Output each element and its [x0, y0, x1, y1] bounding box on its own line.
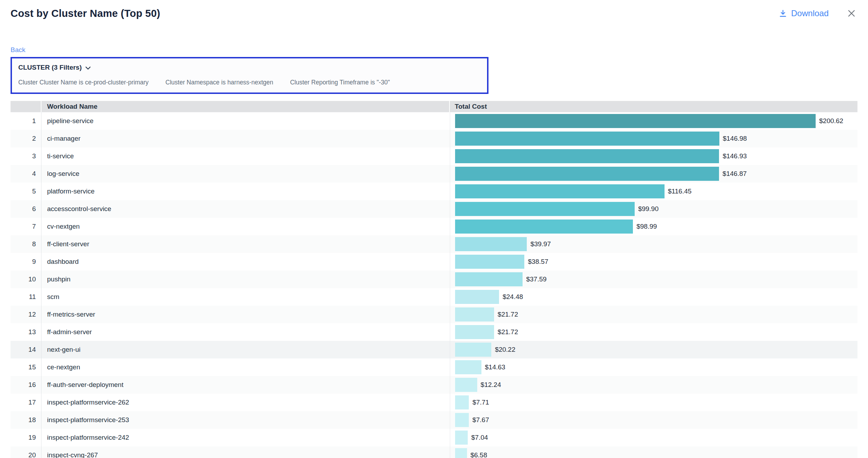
header-actions: Download — [779, 8, 856, 18]
row-rank: 1 — [11, 112, 41, 130]
cost-cell: $7.04 — [450, 429, 857, 446]
cost-cell: $20.22 — [450, 341, 857, 358]
cost-bar — [455, 255, 524, 269]
workload-name: scm — [41, 288, 450, 306]
cost-bar — [455, 343, 491, 357]
cluster-filter-dropdown[interactable]: CLUSTER (3 Filters) — [18, 64, 481, 71]
table-row: 12ff-metrics-server$21.72 — [11, 306, 857, 323]
cost-value: $7.71 — [472, 399, 489, 406]
cost-cell: $39.97 — [450, 235, 857, 253]
cost-bar — [455, 395, 469, 409]
cost-cell: $98.99 — [450, 218, 857, 235]
table-row: 19inspect-platformservice-242$7.04 — [11, 429, 857, 446]
filter-field: Cluster Reporting Timeframe — [290, 79, 369, 86]
row-rank: 4 — [11, 165, 41, 183]
table-row: 5platform-service$116.45 — [11, 183, 857, 200]
cost-bar — [455, 167, 719, 181]
cost-cell: $37.59 — [450, 271, 857, 288]
workload-name: ff-admin-server — [41, 323, 450, 341]
cost-bar — [455, 360, 481, 374]
cost-cell: $21.72 — [450, 323, 857, 341]
table-row: 9dashboard$38.57 — [11, 253, 857, 271]
row-rank: 18 — [11, 411, 41, 429]
row-rank: 11 — [11, 288, 41, 306]
filter-operator: is — [370, 79, 375, 86]
cost-value: $200.62 — [819, 117, 843, 125]
cost-cell: $7.67 — [450, 411, 857, 429]
cost-value: $21.72 — [498, 311, 518, 318]
cost-cell: $38.57 — [450, 253, 857, 271]
filter-value: "-30" — [377, 79, 390, 86]
workload-name: inspect-platformservice-242 — [41, 429, 450, 446]
cost-cell: $21.72 — [450, 306, 857, 323]
cost-bar — [455, 272, 523, 286]
filter-operator: is — [221, 79, 226, 86]
chevron-down-icon — [85, 65, 91, 70]
filter-field: Cluster Cluster Name — [18, 79, 77, 86]
row-rank: 13 — [11, 323, 41, 341]
cost-cell: $12.24 — [450, 376, 857, 394]
row-rank: 20 — [11, 446, 41, 458]
cost-bar — [455, 114, 816, 128]
table-row: 2ci-manager$146.98 — [11, 130, 857, 147]
workload-name: ti-service — [41, 147, 450, 165]
total-cost-column-header: Total Cost — [450, 101, 857, 112]
row-rank: 2 — [11, 130, 41, 147]
page-title: Cost by Cluster Name (Top 50) — [11, 8, 160, 19]
cost-bar — [455, 413, 469, 427]
row-rank: 3 — [11, 147, 41, 165]
workload-name: inspect-cvng-267 — [41, 446, 450, 458]
cost-value: $14.63 — [485, 363, 505, 371]
workload-name: pipeline-service — [41, 112, 450, 130]
cost-bar — [455, 220, 633, 234]
workload-name: ff-client-server — [41, 235, 450, 253]
table-row: 17inspect-platformservice-262$7.71 — [11, 394, 857, 411]
close-button[interactable] — [847, 9, 856, 18]
cost-value: $20.22 — [495, 346, 515, 354]
row-rank: 15 — [11, 358, 41, 376]
filter-field: Cluster Namespace — [166, 79, 220, 86]
workload-name: ff-metrics-server — [41, 306, 450, 323]
workload-name: ci-manager — [41, 130, 450, 147]
table-row: 8ff-client-server$39.97 — [11, 235, 857, 253]
table-row: 10pushpin$37.59 — [11, 271, 857, 288]
cost-bar — [455, 290, 499, 304]
workload-name: next-gen-ui — [41, 341, 450, 358]
download-button[interactable]: Download — [779, 8, 829, 18]
cost-value: $146.98 — [723, 135, 747, 142]
filter-condition: Cluster Cluster Nameisce-prod-cluster-pr… — [18, 79, 149, 86]
workload-name: platform-service — [41, 183, 450, 200]
table-body: 1pipeline-service$200.622ci-manager$146.… — [11, 112, 857, 458]
table-row: 18inspect-platformservice-253$7.67 — [11, 411, 857, 429]
row-rank: 17 — [11, 394, 41, 411]
close-icon — [847, 9, 856, 18]
cost-value: $21.72 — [498, 328, 518, 336]
workload-name: dashboard — [41, 253, 450, 271]
filter-operator: is — [79, 79, 83, 86]
cost-value: $24.48 — [503, 293, 523, 301]
table-row: 11scm$24.48 — [11, 288, 857, 306]
cost-value: $98.99 — [636, 223, 657, 230]
back-link[interactable]: Back — [11, 46, 25, 54]
workload-name: accesscontrol-service — [41, 200, 450, 218]
cost-bar — [455, 237, 527, 251]
cost-bar — [455, 431, 468, 445]
cost-value: $116.45 — [668, 187, 692, 195]
cost-value: $146.87 — [723, 170, 747, 178]
table-row: 13ff-admin-server$21.72 — [11, 323, 857, 341]
cost-value: $38.57 — [528, 258, 548, 266]
workload-name: cv-nextgen — [41, 218, 450, 235]
workload-name-column-header: Workload Name — [41, 101, 450, 112]
workload-name: inspect-platformservice-253 — [41, 411, 450, 429]
row-rank: 9 — [11, 253, 41, 271]
table-row: 3ti-service$146.93 — [11, 147, 857, 165]
cost-cell: $6.58 — [450, 446, 857, 458]
cost-cell: $146.93 — [450, 147, 857, 165]
row-rank: 19 — [11, 429, 41, 446]
cost-value: $7.67 — [472, 416, 489, 424]
cost-value: $6.58 — [471, 451, 487, 458]
cost-value: $146.93 — [723, 152, 747, 160]
cost-value: $7.04 — [471, 434, 488, 441]
row-rank: 12 — [11, 306, 41, 323]
download-label: Download — [791, 8, 829, 18]
